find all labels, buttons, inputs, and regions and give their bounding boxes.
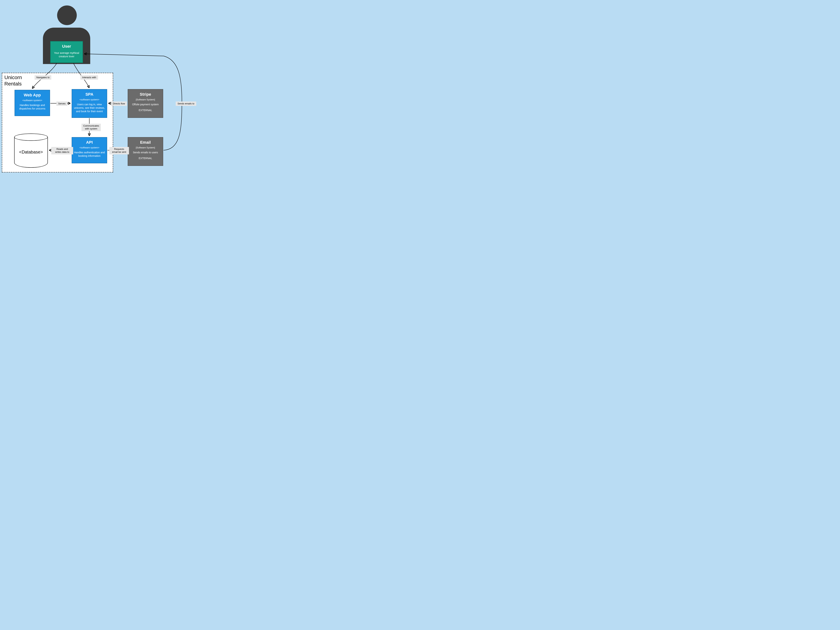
container-title-line2: Rentals bbox=[4, 81, 22, 87]
node-spa-desc: Users can log in, view unicorns, see the… bbox=[74, 103, 105, 113]
node-spa: SPA <software system> Users can log in, … bbox=[72, 89, 107, 118]
node-stripe-desc: Offsite payment system bbox=[130, 103, 161, 106]
node-user-desc: Your average mythical creature lover bbox=[52, 51, 81, 58]
edge-label-webapp-spa: Serves bbox=[56, 101, 67, 106]
edge-label-api-db: Reads and writes data to bbox=[51, 147, 73, 155]
node-api-subtitle: <software system> bbox=[74, 146, 105, 149]
container-title-line1: Unicorn bbox=[4, 74, 22, 80]
node-api-desc: Handles authentication and booking infor… bbox=[74, 151, 105, 158]
node-database-label: <Database> bbox=[14, 150, 48, 155]
node-webapp: Web App <software system> Handles bookin… bbox=[14, 90, 50, 116]
node-user: User Your average mythical creature love… bbox=[50, 41, 83, 63]
node-api-title: API bbox=[74, 140, 105, 145]
node-spa-subtitle: <software system> bbox=[74, 98, 105, 101]
node-user-title: User bbox=[52, 44, 81, 49]
node-stripe-tag: EXTERNAL bbox=[130, 109, 161, 112]
node-stripe-title: Stripe bbox=[130, 92, 161, 97]
edge-label-user-spa: Interacts with bbox=[81, 75, 98, 80]
edge-label-api-email: Requests email be sent bbox=[109, 147, 129, 155]
node-stripe: Stripe [Software System] Offsite payment… bbox=[128, 89, 163, 118]
node-email-title: Email bbox=[130, 140, 161, 145]
node-webapp-title: Web App bbox=[17, 93, 48, 98]
node-webapp-desc: Handles bookings and dispatches for unic… bbox=[17, 104, 48, 111]
node-email-desc: Sends emails to users bbox=[130, 151, 161, 154]
node-email-subtitle: [Software System] bbox=[130, 146, 161, 149]
node-webapp-subtitle: <software system> bbox=[17, 99, 48, 102]
container-title: Unicorn Rentals bbox=[4, 74, 22, 87]
node-spa-title: SPA bbox=[74, 92, 105, 97]
diagram-canvas: Unicorn Rentals User Your average mythic… bbox=[0, 0, 233, 175]
edge-label-email-user: Sends emails to bbox=[176, 101, 196, 106]
edge-label-user-webapp: Navigates to bbox=[35, 75, 51, 80]
node-stripe-subtitle: [Software System] bbox=[130, 98, 161, 101]
node-email-tag: EXTERNAL bbox=[130, 157, 161, 159]
node-email: Email [Software System] Sends emails to … bbox=[128, 137, 163, 166]
edge-label-spa-stripe: Directs flow bbox=[111, 101, 127, 106]
node-database: <Database> bbox=[14, 134, 48, 168]
edge-label-spa-api: Communicates with system bbox=[82, 124, 101, 131]
node-api: API <software system> Handles authentica… bbox=[72, 137, 107, 163]
